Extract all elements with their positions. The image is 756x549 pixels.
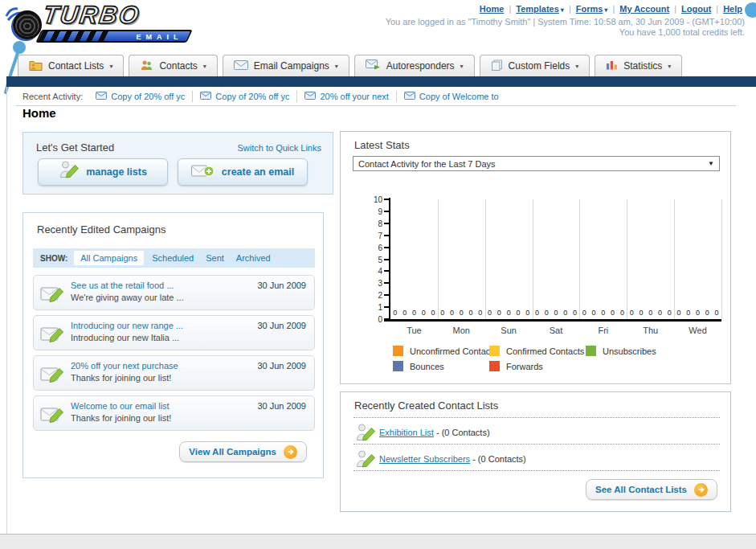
dotted-divider <box>353 417 720 418</box>
campaigns-panel-title: Recently Edited Campaigns <box>37 223 166 236</box>
navy-divider-bar <box>6 76 756 87</box>
recent-activity-item[interactable]: Copy of 20% off yc <box>96 92 185 101</box>
tab-contact-lists[interactable]: Contact Lists▾ <box>18 55 124 76</box>
y-tick-label: 8 <box>365 219 382 228</box>
value-label: 0 <box>450 309 454 317</box>
filter-sent[interactable]: Sent <box>206 253 224 263</box>
recent-activity-link: 20% off your next <box>320 92 388 101</box>
filter-archived[interactable]: Archived <box>236 253 271 263</box>
legend-item-unsubscribes: Unsubscribes <box>586 346 656 356</box>
tab-label: Custom Fields <box>509 60 570 72</box>
nav-link-logout[interactable]: Logout <box>681 4 711 14</box>
app-logo[interactable]: TURBO EMAIL <box>6 2 195 47</box>
campaign-row[interactable]: See us at the retail food ...We're givin… <box>33 275 315 310</box>
campaign-date: 30 Jun 2009 <box>257 281 306 290</box>
credits-status: You have 1,000 total credits left. <box>619 27 745 37</box>
nav-link-forms[interactable]: Forms▾ <box>576 4 608 14</box>
nav-link-help[interactable]: Help <box>723 4 742 14</box>
x-tick-label: Tue <box>407 326 422 335</box>
value-label: 0 <box>686 309 690 317</box>
y-tick-label: 0 <box>365 315 382 324</box>
main-nav-tabbar: Contact Lists▾Contacts▾Email Campaigns▾A… <box>18 55 682 76</box>
value-label: 0 <box>630 309 634 317</box>
contact-list-link[interactable]: Exhibition List <box>379 428 434 437</box>
view-all-campaigns-label: View All Campaigns <box>189 447 276 457</box>
value-label: 0 <box>497 309 501 317</box>
nav-link-home[interactable]: Home <box>480 4 505 14</box>
tab-statistics[interactable]: Statistics▾ <box>595 55 682 76</box>
get-started-panel: Let's Get Started Switch to Quick Links … <box>22 132 333 195</box>
campaign-title-link[interactable]: Introducing our new range ... <box>71 321 183 330</box>
recent-activity-item[interactable]: Copy of 20% off yc <box>200 92 289 101</box>
create-an-email-button[interactable]: create an email <box>178 158 308 186</box>
tab-label: Statistics <box>623 60 662 72</box>
envelope-pencil-icon <box>40 324 65 347</box>
value-label: 0 <box>573 309 577 317</box>
nav-separator: | <box>569 4 571 14</box>
dotted-divider <box>353 444 720 445</box>
latest-stats-panel: Latest Stats Contact Activity for the La… <box>340 131 731 384</box>
tab-label: Autoresponders <box>386 60 455 72</box>
contact-list-item[interactable]: Exhibition List - (0 Contacts) <box>379 428 490 437</box>
campaign-filter-bar: SHOW: All CampaignsScheduledSentArchived <box>33 248 315 268</box>
campaign-title-link[interactable]: 20% off your next purchase <box>71 361 178 371</box>
get-started-title: Let's Get Started <box>36 141 114 154</box>
tab-email-campaigns[interactable]: Email Campaigns▾ <box>223 55 349 76</box>
y-tick-mark <box>384 211 389 212</box>
manage-lists-button[interactable]: manage lists <box>38 158 168 186</box>
campaign-row[interactable]: Welcome to our email listThanks for join… <box>33 395 315 431</box>
value-label: 0 <box>393 309 397 317</box>
chart-y-axis <box>389 198 390 321</box>
tab-label: Contact Lists <box>48 60 104 72</box>
gridline <box>579 199 580 319</box>
logo-subtitle: EMAIL <box>137 33 183 41</box>
see-all-contact-lists-button[interactable]: See All Contact Lists <box>586 479 717 500</box>
campaign-row[interactable]: 20% off your next purchaseThanks for joi… <box>33 355 315 391</box>
view-all-campaigns-button[interactable]: View All Campaigns <box>179 441 307 462</box>
activity-separator <box>396 91 397 102</box>
person-pencil-icon <box>59 160 79 184</box>
envelope-icon <box>96 92 107 101</box>
activity-divider <box>16 105 736 106</box>
pages-icon <box>491 59 503 73</box>
x-tick-label: Mon <box>453 326 470 335</box>
see-all-contact-lists-label: See All Contact Lists <box>595 485 687 494</box>
y-tick-label: 3 <box>365 279 382 288</box>
campaign-row[interactable]: Introducing our new range ...Introducing… <box>33 315 315 350</box>
y-tick-mark <box>384 318 389 320</box>
recent-activity-item[interactable]: 20% off your next <box>304 92 388 101</box>
top-nav: Home|Templates▾|Forms▾|My Account|Logout… <box>477 4 745 14</box>
chart-x-axis <box>384 319 721 322</box>
envelope-pencil-icon <box>40 404 65 428</box>
filter-all-campaigns[interactable]: All Campaigns <box>74 251 144 265</box>
value-label: 0 <box>507 309 511 317</box>
page-footer-strip <box>0 534 756 549</box>
x-tick-label: Sun <box>501 326 517 335</box>
nav-separator: | <box>509 4 511 14</box>
contact-list-link[interactable]: Newsletter Subscribers <box>379 454 470 464</box>
campaign-subtitle: Introducing our new Italia ... <box>71 333 179 342</box>
campaign-title-link[interactable]: See us at the retail food ... <box>71 281 174 290</box>
chevron-down-icon: ▾ <box>668 63 671 70</box>
tab-autoresponders[interactable]: Autoresponders▾ <box>354 55 475 76</box>
y-tick-mark <box>384 294 389 296</box>
switch-to-quick-links-link[interactable]: Switch to Quick Links <box>237 143 321 153</box>
value-label: 0 <box>488 309 492 317</box>
nav-separator: | <box>612 4 615 14</box>
recent-activity-item[interactable]: Copy of Welcome to <box>404 92 499 101</box>
value-label: 0 <box>440 309 444 317</box>
login-status: You are logged in as "Timothy Smith" | S… <box>386 17 745 27</box>
value-label: 0 <box>620 309 624 317</box>
contact-list-item[interactable]: Newsletter Subscribers - (0 Contacts) <box>379 454 526 464</box>
y-tick-label: 10 <box>365 195 382 204</box>
campaign-title-link[interactable]: Welcome to our email list <box>71 401 170 411</box>
envelope-icon <box>200 92 211 101</box>
nav-link-my-account[interactable]: My Account <box>619 4 669 14</box>
tab-custom-fields[interactable]: Custom Fields▾ <box>480 55 590 76</box>
filter-scheduled[interactable]: Scheduled <box>152 253 194 263</box>
nav-link-templates[interactable]: Templates▾ <box>516 4 564 14</box>
dotted-divider <box>353 470 720 471</box>
tab-contacts[interactable]: Contacts▾ <box>129 55 217 76</box>
activity-separator <box>296 91 297 102</box>
page-title: Home <box>22 106 56 120</box>
